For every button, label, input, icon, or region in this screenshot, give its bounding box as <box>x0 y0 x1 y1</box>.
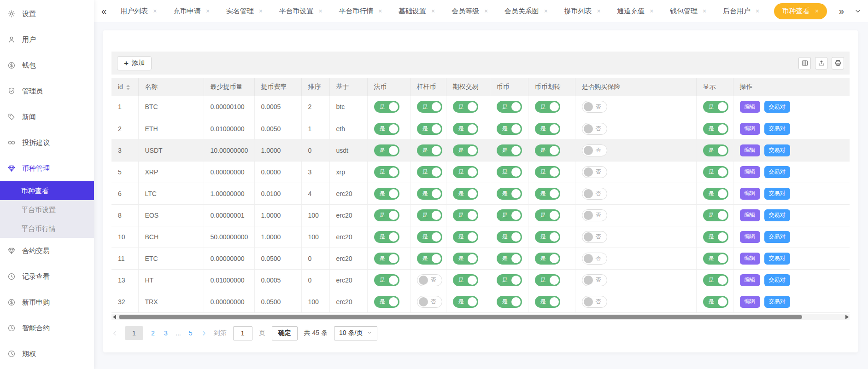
sort-icon[interactable] <box>126 85 130 90</box>
trade-pair-button[interactable]: 交易对 <box>764 231 790 243</box>
toggle-on[interactable]: 是 <box>535 101 560 113</box>
toggle-on[interactable]: 是 <box>703 144 728 156</box>
toggle-on[interactable]: 是 <box>497 166 522 178</box>
page-link[interactable]: 5 <box>188 326 194 340</box>
edit-button[interactable]: 编辑 <box>740 101 760 113</box>
tab-close-icon[interactable]: × <box>378 8 382 14</box>
edit-button[interactable]: 编辑 <box>740 188 760 200</box>
scrollbar-right-arrow[interactable] <box>844 315 850 320</box>
tab[interactable]: 用户列表× <box>118 4 158 19</box>
toggle-on[interactable]: 是 <box>417 123 442 135</box>
sidebar-item[interactable]: 用户 <box>0 27 94 52</box>
toggle-on[interactable]: 是 <box>497 101 522 113</box>
sidebar-item[interactable]: 期权 <box>0 341 94 367</box>
toggle-on[interactable]: 是 <box>453 188 478 200</box>
edit-button[interactable]: 编辑 <box>740 231 760 243</box>
tab[interactable]: 充币申请× <box>171 4 211 19</box>
tab[interactable]: 提币列表× <box>563 4 603 19</box>
scrollbar-thumb[interactable] <box>119 315 802 319</box>
toggle-off[interactable]: 否 <box>417 296 442 308</box>
toggle-on[interactable]: 是 <box>374 253 399 265</box>
toggle-off[interactable]: 否 <box>582 166 607 178</box>
toggle-on[interactable]: 是 <box>703 253 728 265</box>
sidebar-subitem[interactable]: 平台币行情 <box>0 219 94 238</box>
toggle-on[interactable]: 是 <box>703 123 728 135</box>
tab[interactable]: 通道充值× <box>615 4 655 19</box>
toggle-on[interactable]: 是 <box>374 231 399 243</box>
trade-pair-button[interactable]: 交易对 <box>764 123 790 135</box>
sidebar-subitem[interactable]: 币种查看 <box>0 181 94 200</box>
sidebar-item[interactable]: 记录查看 <box>0 264 94 289</box>
trade-pair-button[interactable]: 交易对 <box>764 144 790 156</box>
toggle-on[interactable]: 是 <box>535 123 560 135</box>
toggle-off[interactable]: 否 <box>582 296 607 308</box>
prev-page-button[interactable] <box>111 330 118 337</box>
toggle-on[interactable]: 是 <box>374 144 399 156</box>
next-page-button[interactable] <box>200 330 207 337</box>
column-header[interactable]: id <box>111 78 138 96</box>
toggle-off[interactable]: 否 <box>582 123 607 135</box>
tab[interactable]: 会员等级× <box>450 4 490 19</box>
toggle-on[interactable]: 是 <box>703 101 728 113</box>
toggle-on[interactable]: 是 <box>374 188 399 200</box>
goto-page-input[interactable] <box>233 326 252 340</box>
sidebar-item[interactable]: 合约交易 <box>0 238 94 264</box>
toggle-on[interactable]: 是 <box>453 274 478 286</box>
trade-pair-button[interactable]: 交易对 <box>764 274 790 286</box>
toggle-on[interactable]: 是 <box>703 274 728 286</box>
toggle-on[interactable]: 是 <box>497 144 522 156</box>
toggle-on[interactable]: 是 <box>497 253 522 265</box>
tab-close-icon[interactable]: × <box>597 8 601 14</box>
tab-close-icon[interactable]: × <box>650 8 653 14</box>
toggle-on[interactable]: 是 <box>374 209 399 221</box>
toggle-on[interactable]: 是 <box>535 274 560 286</box>
cols-icon-button[interactable] <box>798 57 811 69</box>
toggle-on[interactable]: 是 <box>374 296 399 308</box>
toggle-on[interactable]: 是 <box>497 188 522 200</box>
edit-button[interactable]: 编辑 <box>740 166 760 178</box>
toggle-on[interactable]: 是 <box>453 123 478 135</box>
toggle-off[interactable]: 否 <box>582 144 607 156</box>
tab-close-icon[interactable]: × <box>153 8 157 14</box>
toggle-on[interactable]: 是 <box>497 209 522 221</box>
toggle-on[interactable]: 是 <box>535 209 560 221</box>
per-page-select[interactable]: 10 条/页 <box>334 326 377 340</box>
tab-close-icon[interactable]: × <box>815 8 819 14</box>
toggle-on[interactable]: 是 <box>703 209 728 221</box>
toggle-on[interactable]: 是 <box>703 231 728 243</box>
tab-close-icon[interactable]: × <box>431 8 435 14</box>
sidebar-subitem[interactable]: 平台币设置 <box>0 200 94 219</box>
toggle-off[interactable]: 否 <box>582 274 607 286</box>
sidebar-item[interactable]: 新闻 <box>0 104 94 130</box>
toggle-on[interactable]: 是 <box>497 274 522 286</box>
print-icon-button[interactable] <box>832 57 844 69</box>
sidebar-item[interactable]: 智能合约 <box>0 315 94 341</box>
edit-button[interactable]: 编辑 <box>740 123 760 135</box>
toggle-on[interactable]: 是 <box>453 253 478 265</box>
toggle-on[interactable]: 是 <box>417 101 442 113</box>
toggle-on[interactable]: 是 <box>497 231 522 243</box>
toggle-on[interactable]: 是 <box>535 231 560 243</box>
edit-button[interactable]: 编辑 <box>740 144 760 156</box>
edit-button[interactable]: 编辑 <box>740 253 760 265</box>
page-link[interactable]: 3 <box>163 326 169 340</box>
toggle-off[interactable]: 否 <box>582 209 607 221</box>
toggle-off[interactable]: 否 <box>417 274 442 286</box>
toggle-on[interactable]: 是 <box>497 296 522 308</box>
tabs-scroll-left-button[interactable]: « <box>101 6 106 16</box>
tab[interactable]: 钱包管理× <box>668 4 708 19</box>
toggle-on[interactable]: 是 <box>417 166 442 178</box>
toggle-on[interactable]: 是 <box>535 296 560 308</box>
tab[interactable]: 后台用户× <box>721 4 761 19</box>
tab-close-icon[interactable]: × <box>319 8 323 14</box>
toggle-on[interactable]: 是 <box>453 144 478 156</box>
sidebar-item[interactable]: 币种管理 <box>0 156 94 181</box>
sidebar-item[interactable]: 新币申购 <box>0 289 94 315</box>
toggle-on[interactable]: 是 <box>453 231 478 243</box>
toggle-on[interactable]: 是 <box>374 101 399 113</box>
toggle-on[interactable]: 是 <box>417 231 442 243</box>
trade-pair-button[interactable]: 交易对 <box>764 253 790 265</box>
tab-active[interactable]: 币种查看× <box>774 3 827 19</box>
tab[interactable]: 平台币设置× <box>277 4 324 19</box>
toggle-on[interactable]: 是 <box>453 101 478 113</box>
